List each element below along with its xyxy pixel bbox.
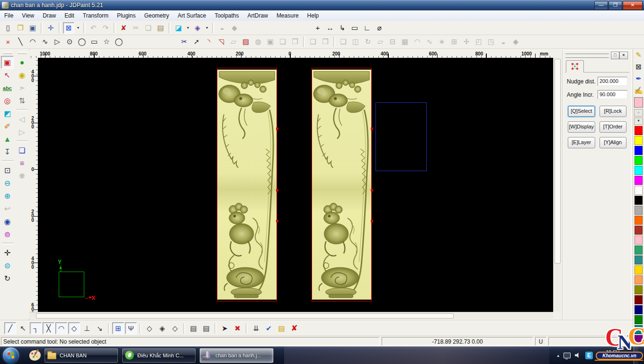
measure-circle-icon[interactable]: ⌀ [374, 22, 385, 34]
color-swatch[interactable] [635, 156, 643, 165]
color-swatch[interactable] [635, 226, 643, 235]
menu-item-transform[interactable]: Transform [79, 11, 113, 21]
menu-item-edit[interactable]: Edit [60, 11, 79, 21]
angle-increment-field[interactable]: 90.000 [598, 90, 627, 99]
draw-oval-icon[interactable]: ◯ [113, 36, 125, 47]
color-swatch[interactable] [635, 246, 643, 255]
current-color-swatch[interactable] [634, 97, 643, 108]
trim-scissors-icon[interactable]: ✂ [179, 36, 190, 47]
paste-icon[interactable]: ▤ [155, 22, 166, 34]
color-swatch[interactable] [635, 325, 643, 334]
render-dome2-icon[interactable]: ◒ [498, 36, 509, 47]
color-scroll-up[interactable]: ▲ [634, 109, 643, 117]
color-swatch[interactable] [635, 176, 643, 185]
measure-distance-icon[interactable]: ↔ [324, 22, 336, 34]
snap-node-icon[interactable]: ↖ [17, 322, 29, 334]
xform-nodes-icon[interactable]: ∗ [436, 36, 447, 47]
selection-rectangle[interactable] [376, 102, 427, 171]
draw-polygon-icon[interactable]: ▷ [52, 36, 63, 47]
extend-line-icon[interactable]: ➚ [191, 36, 202, 47]
draw-star-icon[interactable]: ☆ [101, 36, 112, 47]
menu-item-plugins[interactable]: Plugins [113, 11, 140, 21]
draw-arc-icon[interactable]: ◠ [27, 36, 38, 47]
draft-top-icon[interactable]: ▤ [188, 322, 199, 334]
render-shield-icon[interactable]: ◆ [229, 22, 240, 34]
select-mode-caret-icon[interactable]: ▾ [75, 22, 81, 34]
maximize-button[interactable]: ❐ [608, 1, 622, 10]
no-fill-icon[interactable]: ⊠ [634, 61, 644, 73]
menu-item-view[interactable]: View [18, 11, 38, 21]
menu-item-draw[interactable]: Draw [38, 11, 60, 21]
color-swatch[interactable] [635, 295, 643, 304]
pattern-fill-icon[interactable]: ✍ [634, 84, 644, 96]
xform-group-frame-icon[interactable]: ◰ [473, 36, 484, 47]
render-dome-icon[interactable]: ◒ [216, 22, 228, 34]
tool-relief-icon[interactable]: ▲ [1, 133, 14, 146]
horizontal-scrollbar[interactable] [29, 312, 553, 318]
taskbar-button-3[interactable]: chan ban a hanh.j... [199, 348, 274, 363]
tool-select-icon[interactable]: ▣ [1, 56, 14, 69]
menu-item-toolpaths[interactable]: Toolpaths [210, 11, 243, 21]
xform-arc-bend-icon[interactable]: ◠ [411, 36, 423, 47]
render-shield2-icon[interactable]: ◆ [510, 36, 521, 47]
layers-panel-icon[interactable]: ❏ [16, 144, 28, 157]
select-mode-icon[interactable]: ⊠ [63, 22, 74, 34]
layer-list-icon[interactable]: ≡ [16, 157, 28, 170]
plane-yz-icon[interactable]: ◈ [156, 322, 168, 334]
taskbar-button-1[interactable]: CHAN BAN [44, 348, 118, 363]
xform-scale-icon[interactable]: ⊞ [448, 36, 460, 47]
show-list-icon[interactable]: ▤ [276, 322, 287, 334]
measure-step-icon[interactable]: ↳ [337, 22, 348, 34]
relief-object-left[interactable] [217, 68, 277, 301]
weld-break-add-icon[interactable]: ❐ [320, 36, 331, 47]
taskbar-button-2[interactable]: Điêu Khắc Minh C... [122, 348, 196, 363]
drawing-canvas[interactable]: Y X [38, 58, 553, 312]
menu-item-art-surface[interactable]: Art Surface [173, 11, 210, 21]
redo-icon[interactable]: ↷ [100, 22, 111, 34]
draw-ellipse-icon[interactable]: ◯ [76, 36, 88, 47]
fillet-corner-icon[interactable]: ◝ [203, 36, 215, 47]
offset-concentric-icon[interactable]: ▣ [265, 36, 276, 47]
draw-point-icon[interactable]: × [2, 36, 14, 47]
tab-selection[interactable] [566, 60, 584, 73]
color-swatch[interactable] [635, 335, 643, 344]
swap-display-icon[interactable]: ⇅ [16, 94, 28, 107]
xform-fan-icon[interactable]: ∿ [424, 36, 435, 47]
pick-color-dropper-icon[interactable]: ✒ [634, 73, 644, 84]
snap-arc-icon[interactable]: ◠ [55, 322, 67, 334]
drop-node-icon[interactable]: ⇊ [250, 322, 262, 334]
save-file-icon[interactable]: ▣ [27, 22, 38, 34]
chamfer-corner-icon[interactable]: ◹ [215, 36, 227, 47]
snap-grid-icon[interactable]: ⊞ [112, 322, 124, 334]
zoom-1to1-icon[interactable]: ⊜ [1, 259, 14, 272]
menu-item-geometry[interactable]: Geometry [140, 11, 173, 21]
draw-rect-icon[interactable]: ▭ [89, 36, 100, 47]
solid-view-icon[interactable]: ◪ [173, 22, 184, 34]
vertical-scrollbar[interactable] [553, 58, 561, 312]
color-swatch[interactable] [635, 146, 643, 155]
move-crosshair-icon[interactable]: ✛ [45, 22, 56, 34]
color-swatch[interactable] [635, 255, 643, 264]
panel-close-button[interactable]: × [619, 52, 628, 59]
color-swatch[interactable] [635, 305, 643, 314]
snap-line-icon[interactable]: ╱ [4, 322, 16, 334]
zoom-window-icon[interactable]: ⊡ [1, 164, 14, 177]
menu-item-artdraw[interactable]: ArtDraw [243, 11, 272, 21]
tool-fill-icon[interactable]: ◩ [1, 107, 14, 120]
menu-item-file[interactable]: File [0, 11, 18, 21]
hatch-fill-icon[interactable]: ▨ [240, 36, 251, 47]
weld-group-add-icon[interactable]: ❐ [289, 36, 301, 47]
xform-array-icon[interactable]: ▦ [399, 36, 411, 47]
page-back-icon[interactable]: ◁ [16, 113, 28, 126]
open-folder-icon[interactable]: ❐ [15, 22, 26, 34]
measure-rect-icon[interactable]: ▭ [349, 22, 360, 34]
weld-group-icon[interactable]: ❏ [277, 36, 288, 47]
offset-rect-icon[interactable]: ▱ [228, 36, 239, 47]
minimize-button[interactable]: — [594, 1, 608, 10]
panel-button-torder[interactable]: [T]Order [599, 121, 627, 133]
panel-button-wdisplay[interactable]: [W]Display [568, 121, 595, 133]
delete-icon[interactable]: ✘ [118, 22, 129, 34]
color-swatch[interactable] [635, 275, 643, 284]
copy-icon[interactable]: ❏ [143, 22, 154, 34]
xform-move-icon[interactable]: ❏ [338, 36, 349, 47]
